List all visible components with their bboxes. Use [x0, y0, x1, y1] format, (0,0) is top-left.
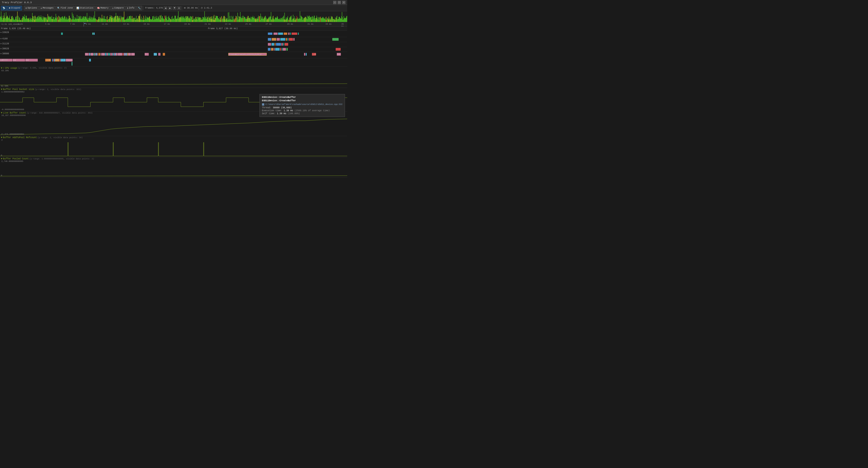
frames-next-button[interactable]: ▶ — [168, 6, 172, 10]
trace-bar-4160-r8[interactable] — [293, 38, 294, 41]
end-bar-12[interactable] — [89, 59, 91, 62]
trace-38080-10[interactable]: C — [101, 53, 101, 56]
thread-label-33928[interactable]: ▼ 33928 — [0, 31, 9, 34]
trace-38080-9[interactable]: -50 — [98, 53, 100, 56]
trace-bar-39628-r7[interactable] — [283, 48, 286, 51]
trace-bar-33928-r7[interactable] — [291, 33, 297, 35]
trace-38080-32[interactable]: Cre — [154, 53, 157, 56]
collapse-arrow-31120[interactable]: ▼ — [0, 43, 2, 45]
trace-38080-14[interactable]: Cr — [108, 53, 110, 56]
trace-bar-31120-r7[interactable] — [285, 43, 288, 46]
end-bar-3[interactable]: End — [25, 59, 38, 62]
trace-bar-4160-r6[interactable] — [287, 38, 288, 41]
trace-bar-4160-r3[interactable] — [277, 38, 280, 41]
trace-bar-33928-3[interactable] — [94, 33, 95, 35]
trace-bar-39628-r1[interactable] — [268, 48, 271, 51]
trace-38080-1[interactable]: CrCrC — [85, 53, 88, 56]
trace-bar-4160-r4[interactable] — [280, 38, 285, 41]
trace-bar-33928-r6[interactable] — [290, 33, 291, 35]
trace-bar-4160-r2[interactable] — [272, 38, 276, 41]
collapse-arrow-4160[interactable]: ▼ — [0, 38, 2, 40]
maximize-button[interactable]: □ — [338, 1, 341, 4]
trace-bar-4160-r5[interactable] — [286, 38, 287, 41]
buffer-addtopool-header[interactable]: ▼ Buffer AddToPool Refcount (y-range: 2,… — [0, 136, 347, 139]
thread-label-9060[interactable]: ▼ 9060 — [0, 59, 8, 61]
trace-38080-17[interactable]: Cr — [113, 53, 114, 56]
buffer-pooled-header[interactable]: ▼ Buffer Pooled Count (y-range: 1.000000… — [0, 157, 347, 160]
trace-bar-33928-r8[interactable] — [298, 33, 299, 35]
trace-bar-39628-r3[interactable] — [274, 48, 275, 51]
trace-38080-15[interactable] — [110, 53, 111, 56]
compare-button[interactable]: ⚖ Compare — [111, 6, 125, 10]
trace-bar-4160-r7[interactable] — [289, 38, 293, 41]
options-button[interactable]: ⚙ Options — [24, 6, 39, 10]
trace-38080-rr3[interactable]: 1,999 — [312, 53, 316, 56]
trace-38080-rr1[interactable] — [304, 53, 305, 56]
collapse-arrow-9060[interactable]: ▼ — [0, 59, 2, 61]
buffer-pooled-collapse-arrow[interactable]: ▼ — [1, 158, 2, 160]
trace-bar-31120-r2[interactable] — [272, 43, 274, 46]
close-button[interactable]: ✕ — [342, 1, 345, 4]
trace-bar-39628-r6[interactable] — [282, 48, 283, 51]
trace-bar-39628-r2[interactable] — [271, 48, 273, 51]
trace-bar-33928-2[interactable]: C — [92, 33, 94, 35]
find-zone-button[interactable]: 🔍 Find zone — [56, 6, 74, 10]
trace-38080-11[interactable]: CiCreC — [102, 53, 105, 56]
thread-label-39628[interactable]: ▼ 39628 — [0, 48, 9, 50]
trace-bar-33928-r1[interactable] — [268, 33, 272, 35]
end-bar-10[interactable]: |1.038 — [61, 59, 66, 62]
trace-bar-33928-r4[interactable] — [284, 33, 287, 35]
collapse-arrow-33928[interactable]: ▼ — [0, 31, 2, 33]
end-bar-11[interactable]: Present — [66, 59, 72, 62]
frames-settings-button[interactable]: ⚙ — [177, 6, 181, 10]
stopped-button[interactable]: ■ Stopped — [7, 6, 22, 10]
cpu-collapse-arrow[interactable]: ▼ — [1, 67, 2, 69]
timeline-content[interactable]: ▼ 33928 C ▼ 4160 — [0, 31, 347, 187]
cpu-usage-header[interactable]: ▼ ⚡ CPU usage (y-range: 0.60%, visible d… — [0, 66, 347, 70]
trace-38080-rr4[interactable]: End — [337, 53, 341, 56]
trace-bar-39628-r5[interactable] — [280, 48, 281, 51]
trace-38080-33[interactable] — [158, 53, 160, 56]
trace-38080-31[interactable]: Cr... — [145, 53, 149, 56]
collapse-arrow-39628[interactable]: ▼ — [0, 48, 2, 50]
memory-button[interactable]: 🧠 Memory — [95, 6, 110, 10]
trace-38080-6[interactable]: C — [95, 53, 96, 56]
end-bar-4[interactable]: -2,907 — [45, 59, 51, 62]
trace-bar-33928-r3[interactable] — [278, 33, 283, 35]
thread-label-31120[interactable]: ▼ 31120 — [0, 42, 9, 45]
trace-bar-33928-1[interactable] — [61, 33, 63, 35]
trace-bar-4160-r9[interactable] — [332, 38, 339, 41]
minimize-button[interactable]: ─ — [333, 1, 336, 4]
live-buffer-collapse-arrow[interactable]: ▼ — [1, 112, 2, 114]
frame-overview[interactable] — [0, 11, 347, 22]
trace-bar-31120-r6[interactable] — [283, 43, 284, 46]
frames-dropdown-button[interactable]: ▼ — [173, 6, 176, 10]
trace-bar-31120-r3[interactable] — [275, 43, 276, 46]
buffer-pool-collapse-arrow[interactable]: ▼ — [1, 88, 2, 91]
trace-38080-34[interactable] — [163, 53, 165, 56]
trace-bar-31120-r5[interactable] — [281, 43, 283, 46]
trace-38080-30[interactable]: CreateBufferC — [131, 53, 135, 56]
info-button[interactable]: ℹ Info — [126, 6, 136, 10]
frames-prev-button[interactable]: ◀ — [164, 6, 167, 10]
buffer-pool-header[interactable]: ▼ Buffer Pool bucket size (y-range: 2, v… — [0, 88, 347, 91]
trace-bar-31120-r1[interactable] — [268, 43, 271, 46]
trace-38080-selected[interactable]: CreateB|CreateCi|CCCrCi|C|CC|C — [228, 53, 267, 56]
end-bar-5[interactable] — [52, 59, 53, 62]
trace-38080-13[interactable]: 21 — [106, 53, 108, 56]
end-bar-2[interactable]: End — [13, 59, 25, 62]
end-bar-8[interactable]: 473 — [55, 59, 59, 62]
messages-button[interactable]: ✉ Messages — [39, 6, 55, 10]
trace-bar-39628-r9[interactable] — [336, 48, 341, 51]
trace-38080-rr2[interactable] — [306, 53, 307, 56]
trace-38080-29[interactable]: CrCCiC — [128, 53, 131, 56]
statistics-button[interactable]: 📊 Statistics — [75, 6, 95, 10]
wifi-button[interactable]: 📡 — [1, 6, 7, 10]
trace-bar-33928-r2[interactable] — [274, 33, 278, 35]
trace-38080-8[interactable]: C — [97, 53, 98, 56]
trace-bar-4160-r1[interactable] — [268, 38, 271, 41]
trace-38080-3[interactable]: C — [89, 53, 90, 56]
trace-38080-22[interactable]: CrCrealCti — [118, 53, 122, 56]
trace-38080-21[interactable]: C — [117, 53, 118, 56]
collapse-arrow-38080[interactable]: ▼ — [0, 53, 2, 55]
